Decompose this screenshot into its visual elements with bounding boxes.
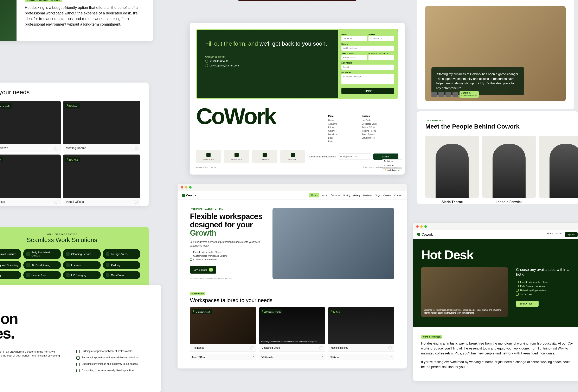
next-gen-para: the evolving needs of today's workforce.… — [0, 350, 64, 375]
workspace-tile[interactable]: $399 /mo Virtual Offices› — [63, 155, 140, 206]
workspace-tile[interactable]: $59 /hour Meeting Rooms› — [328, 307, 394, 351]
mini-form-card: Submit — [194, 0, 400, 1]
hotdesk-caption: Designed for freelancers, remote workers… — [424, 309, 505, 314]
nav-link[interactable]: Gallery — [353, 194, 360, 197]
traffic-lights — [413, 223, 578, 230]
contact-headline: Fill out the form, and we'll get back to… — [205, 40, 330, 47]
team-member[interactable]: Leopold Fenwick — [482, 136, 536, 204]
ws-pill: OUR SPACES — [190, 292, 205, 296]
avatar — [438, 92, 444, 97]
amenity-pill: Cleaning Service — [63, 249, 101, 259]
email-chip[interactable]: ✉ Email us — [382, 164, 402, 168]
footer-link[interactable]: Meeting Rooms — [362, 130, 378, 132]
contact-submit-button[interactable]: Submit — [341, 88, 394, 94]
footer-link[interactable]: Hot Desks — [362, 119, 378, 122]
logo[interactable]: Cowork — [182, 194, 196, 197]
avatar — [445, 92, 451, 97]
footer-link[interactable]: About Us — [328, 123, 337, 125]
contact-email[interactable]: cowrkspace@email.com — [205, 64, 330, 67]
workspace-tile[interactable]: $59 /hour Meeting Rooms› — [63, 101, 140, 152]
contact-phone[interactable]: +123 45 654 98 — [205, 60, 330, 63]
workspace-tile[interactable]: $79 /person /month Hot Desks› — [190, 307, 256, 351]
hero-image — [273, 208, 394, 279]
arrow-icon: › — [388, 346, 392, 349]
nav-link[interactable]: About — [322, 194, 328, 197]
nav-link[interactable]: Blogs — [375, 194, 381, 197]
nav-link[interactable]: Pricing — [343, 194, 350, 197]
book-tour-button[interactable]: Book A Tour → — [516, 301, 538, 307]
seats-input[interactable] — [369, 55, 394, 60]
social-button[interactable]: TWITTER — [252, 150, 277, 163]
social-icon — [235, 153, 239, 157]
name-input[interactable] — [341, 36, 367, 41]
footer-link[interactable]: Gallery — [328, 130, 337, 132]
logo[interactable]: Cowork — [417, 233, 433, 236]
nav-link[interactable]: Home — [547, 232, 553, 237]
tile-label: Private Offices› — [0, 198, 61, 206]
footer-link[interactable]: Private Offices — [362, 126, 378, 129]
amenity-pill: Ergonomic Furniture — [0, 249, 21, 259]
email-input[interactable] — [341, 45, 394, 51]
nav-link[interactable]: About — [556, 232, 562, 237]
amenity-icon — [66, 273, 70, 277]
locations-tag: HYDERABAD • MADRID • L. • BALI — [190, 208, 264, 210]
social-icon — [206, 153, 211, 157]
nav-link[interactable]: Spaces — [565, 232, 578, 237]
body-pill: WHAT IS HOT DESK — [421, 335, 442, 339]
check-icon — [516, 285, 519, 287]
footer-link[interactable]: Event Spaces — [362, 133, 378, 135]
tile-price: $59 /hour — [330, 309, 342, 314]
nav-link[interactable]: Reviews — [363, 194, 372, 197]
amenity-icon — [26, 263, 30, 267]
price-strip[interactable]: From $299 /day› — [190, 354, 256, 360]
contact-form: NAME PHONE EMAIL SPACE TYPE NUMBER OF SE… — [338, 30, 398, 98]
subscribe-button[interactable]: Submit — [373, 154, 398, 160]
privacy-link[interactable]: Privacy Policy — [196, 166, 208, 168]
member-name: Alaric Thorne — [425, 200, 479, 204]
workspace-tile[interactable]: $189 /person /month Reserve your own des… — [259, 307, 325, 351]
team-member[interactable]: Alaric Thorne — [425, 136, 479, 204]
nav-link[interactable]: Home — [309, 193, 319, 197]
phone-input[interactable] — [369, 36, 394, 41]
workspace-tile[interactable]: $189 /person /month Reserve your own des… — [0, 101, 61, 152]
amenity-icon — [106, 263, 109, 267]
phone-icon — [205, 60, 208, 63]
buy-template-button[interactable]: Buy Template — [190, 266, 216, 274]
budget-blurb-text: Hot desking is a budget-friendly option … — [25, 5, 144, 27]
call-chip[interactable]: 📞 Call us — [382, 159, 402, 163]
footer-link[interactable]: Events — [328, 140, 337, 143]
amenity-pill: Lounge Areas — [103, 249, 141, 259]
social-button[interactable]: FACEBOOK — [224, 150, 249, 163]
framer-chip[interactable]: ⚡ Made in Framer — [382, 168, 402, 172]
tile-image: $79 /person /month — [190, 307, 256, 344]
amenity-icon — [66, 252, 70, 256]
nav-link[interactable]: Spaces ▾ — [331, 194, 341, 197]
amenity-pill: Air Conditioning — [23, 261, 61, 269]
menu-heading: Menu — [328, 115, 337, 117]
price-strip[interactable]: $499 /month› — [259, 354, 325, 360]
workspace-tile[interactable]: $499 /month Private Offices› — [0, 155, 61, 206]
footer-link[interactable]: Home — [328, 119, 337, 122]
member-photo — [482, 136, 536, 198]
space-select[interactable] — [341, 55, 367, 60]
nav-link[interactable]: Contact — [394, 194, 402, 197]
check-icon — [190, 251, 192, 253]
team-card: TEAM MEMBERS Meet the People Behind Cowo… — [417, 111, 578, 204]
message-input[interactable] — [341, 74, 394, 84]
price-strip[interactable]: $399 /mo› — [328, 354, 394, 360]
ws-heading: Workspaces tailored to your needs — [190, 297, 394, 304]
footer-link[interactable]: Virtual Offices — [362, 137, 378, 139]
footer-link[interactable]: Blogs — [328, 137, 337, 139]
member-name: Leopold Fenwick — [482, 200, 536, 204]
amenity-pill: Parking — [103, 261, 141, 269]
location-select[interactable] — [341, 65, 394, 70]
team-member[interactable] — [539, 136, 578, 204]
footer-link[interactable]: Pricing — [328, 126, 337, 129]
subscribe-input[interactable] — [338, 154, 371, 160]
footer-link[interactable]: Locations — [328, 133, 337, 135]
footer-link[interactable]: Dedicated Desks — [362, 123, 378, 125]
nav-link[interactable]: Careers — [383, 194, 391, 197]
social-button[interactable]: INSTAGRAM — [196, 150, 221, 163]
social-button[interactable]: LINKEDIN — [280, 150, 305, 163]
terms-link[interactable]: Terms — [211, 166, 216, 168]
